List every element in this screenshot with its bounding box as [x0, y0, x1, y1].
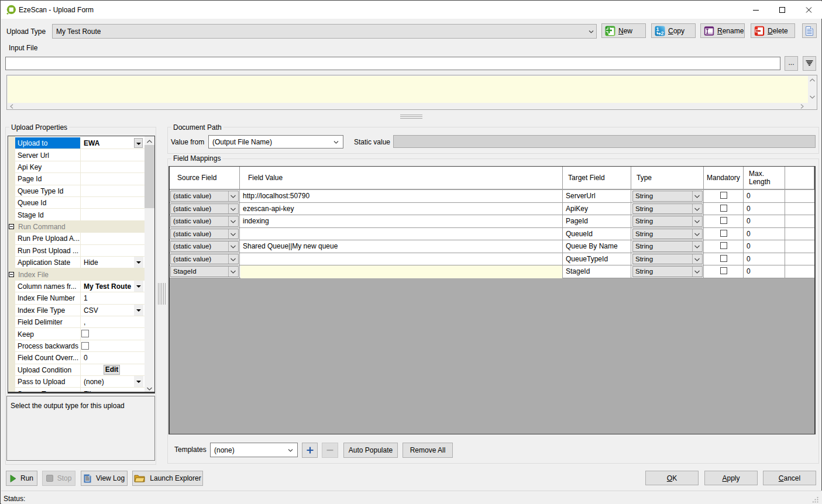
svg-text:2: 2 — [661, 30, 664, 36]
svg-text:1: 1 — [656, 26, 659, 32]
